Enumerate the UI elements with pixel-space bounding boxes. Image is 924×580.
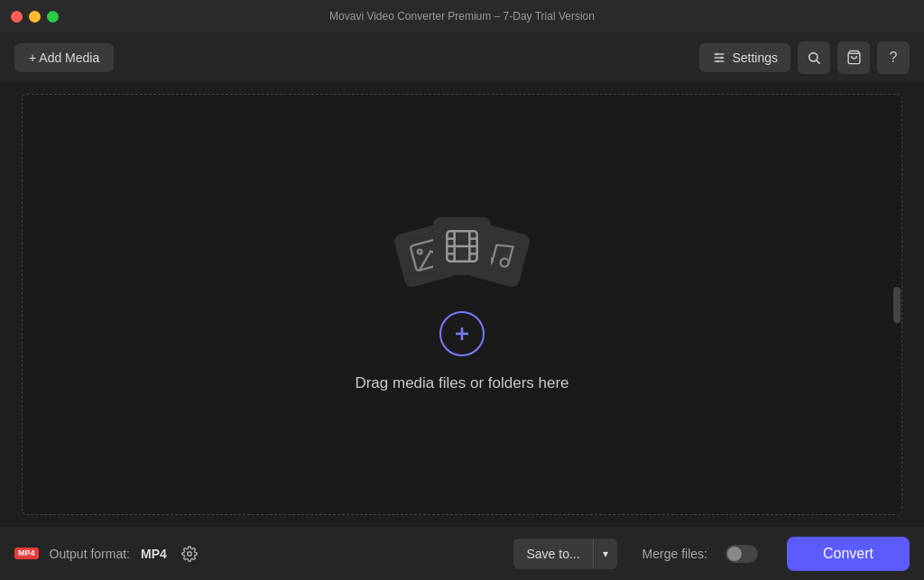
convert-button[interactable]: Convert [787,537,910,571]
help-label: ? [890,50,898,66]
maximize-button[interactable] [47,11,59,23]
merge-files-label: Merge files: [642,547,707,561]
add-media-label: + Add Media [29,51,99,65]
settings-label: Settings [732,51,778,65]
minimize-button[interactable] [29,11,41,23]
film-icon [433,217,491,275]
search-button[interactable] [798,41,830,74]
svg-point-3 [716,52,718,55]
save-to-button[interactable]: Save to... ▾ [513,539,616,569]
convert-label: Convert [823,546,873,561]
save-to-arrow-icon[interactable]: ▾ [593,539,617,568]
svg-point-23 [188,551,192,556]
traffic-lights [11,11,59,23]
add-media-button[interactable]: + Add Media [14,43,114,72]
svg-point-5 [717,60,720,62]
output-format-value: MP4 [141,547,167,561]
search-icon [807,51,821,65]
merge-files-toggle[interactable] [725,545,758,563]
close-button[interactable] [11,11,23,23]
settings-button[interactable]: Settings [699,43,790,72]
title-bar: Movavi Video Converter Premium – 7-Day T… [0,0,924,32]
add-files-button[interactable] [439,311,485,356]
cart-icon [846,50,862,65]
bottom-bar: MP4 Output format: MP4 Save to... ▾ Merg… [0,526,924,580]
svg-point-10 [417,249,422,254]
media-icon-group [399,217,525,290]
scrollbar[interactable] [893,287,901,323]
toolbar: + Add Media Settings [0,32,924,83]
content-area: Drag media files or folders here [11,94,913,515]
gear-icon [181,546,198,562]
settings-icon [712,51,726,65]
cart-button[interactable] [837,41,870,74]
drop-area[interactable]: Drag media files or folders here [22,94,902,515]
window-title: Movavi Video Converter Premium – 7-Day T… [329,10,595,23]
svg-point-4 [721,56,724,59]
output-format-label: Output format: [50,547,130,561]
save-to-label: Save to... [513,539,592,569]
svg-point-20 [500,257,510,267]
format-settings-button[interactable] [178,542,201,566]
svg-line-7 [817,60,820,64]
toolbar-right: Settings ? [699,41,910,74]
help-button[interactable]: ? [877,41,910,74]
drop-text: Drag media files or folders here [355,374,568,392]
toggle-knob [727,547,742,561]
svg-point-6 [809,52,818,60]
plus-icon [451,323,473,345]
film-svg [444,228,480,264]
format-badge: MP4 [14,548,39,559]
